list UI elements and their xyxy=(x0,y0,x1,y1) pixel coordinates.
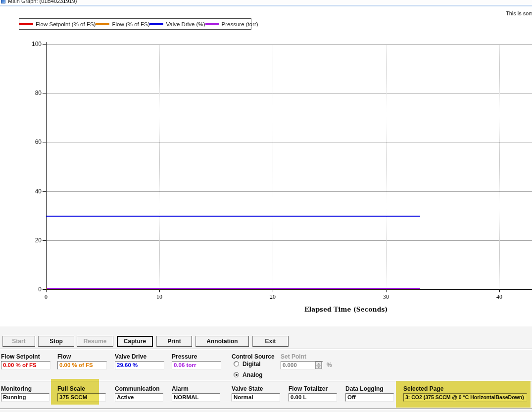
flow-totalizer-label: Flow Totalizer xyxy=(289,385,328,392)
ytick-label: 80 xyxy=(25,90,42,96)
ytick-80 xyxy=(43,93,46,93)
data-logging-field: Off xyxy=(345,393,394,402)
radio-analog-label[interactable]: Analog xyxy=(242,371,263,378)
annotation-button[interactable]: Annotation xyxy=(195,336,249,347)
start-button: Start xyxy=(2,336,35,347)
x-axis-title: Elapsed Time (Seconds) xyxy=(304,306,387,313)
pressure-field: 0.06 torr xyxy=(172,361,221,369)
ytick-20 xyxy=(43,240,46,241)
xtick-label: 30 xyxy=(376,293,396,301)
ytick-60 xyxy=(43,142,46,142)
flow-label: Flow xyxy=(57,353,71,360)
resume-button: Resume xyxy=(77,336,113,347)
gridline-y-40 xyxy=(46,191,532,192)
set-point-unit: % xyxy=(327,362,332,368)
radio-analog[interactable] xyxy=(234,372,239,377)
radio-digital[interactable] xyxy=(234,361,239,366)
data-logging-label: Data Logging xyxy=(345,385,384,392)
gridline-x-30 xyxy=(386,44,387,289)
series-line-2 xyxy=(46,216,420,217)
radio-digital-label[interactable]: Digital xyxy=(242,361,261,367)
xtick-label: 40 xyxy=(489,293,509,301)
xtick-label: 0 xyxy=(36,293,56,301)
main-graph-window: Main Graph: (01B40231919) This is som Fl… xyxy=(0,0,532,412)
valve-state-field: Normal xyxy=(232,393,280,402)
gridline-y-100 xyxy=(46,44,532,45)
valve-state-label: Valve State xyxy=(232,385,263,392)
control-source-label: Control Source xyxy=(232,353,275,360)
valve-drive-label: Valve Drive xyxy=(115,353,146,360)
gridline-x-40 xyxy=(499,44,500,289)
separator xyxy=(0,409,532,410)
set-point-label: Set Point xyxy=(281,353,306,360)
ytick-label: 0 xyxy=(25,286,42,293)
monitoring-label: Monitoring xyxy=(1,385,32,392)
alarm-label: Alarm xyxy=(172,385,189,392)
control-panel: StartStopResumeCapturePrintAnnotationExi… xyxy=(0,326,532,412)
selected-page-field: 3: CO2 (375 SCCM @ 0 °C HorizontalBaseDo… xyxy=(403,393,527,402)
communication-label: Communication xyxy=(115,385,160,392)
gridline-x-10 xyxy=(159,44,160,289)
ytick-label: 100 xyxy=(25,41,42,47)
flow-totalizer-field: 0.00 L xyxy=(289,393,337,402)
gridline-x-20 xyxy=(273,44,273,289)
flow-setpoint-field: 0.00 % of FS xyxy=(1,361,50,369)
valve-drive-field: 29.60 % xyxy=(115,361,164,369)
ytick-label: 60 xyxy=(25,138,42,145)
stepper-down-icon[interactable] xyxy=(316,366,321,368)
ytick-100 xyxy=(43,44,46,45)
set-point-stepper[interactable] xyxy=(315,362,322,369)
ytick-label: 40 xyxy=(25,188,42,195)
xtick-label: 10 xyxy=(149,293,169,301)
gridline-y-20 xyxy=(46,240,532,241)
exit-button[interactable]: Exit xyxy=(252,336,289,347)
full-scale-field: 375 SCCM xyxy=(57,393,106,402)
full-scale-label: Full Scale xyxy=(57,385,85,392)
capture-button[interactable]: Capture xyxy=(117,336,153,347)
communication-field: Active xyxy=(115,393,163,402)
gridline-y-80 xyxy=(46,93,532,93)
stop-button[interactable]: Stop xyxy=(38,336,74,347)
ytick-label: 20 xyxy=(25,237,42,244)
print-button[interactable]: Print xyxy=(156,336,192,347)
separator xyxy=(0,381,532,382)
monitoring-field: Running xyxy=(1,393,49,402)
alarm-field: NORMAL xyxy=(172,393,220,402)
selected-page-label: Selected Page xyxy=(403,385,443,392)
flow-field: 0.00 % of FS xyxy=(57,361,107,369)
flow-setpoint-label: Flow Setpoint xyxy=(1,353,40,360)
ytick-40 xyxy=(43,191,46,192)
separator xyxy=(0,349,532,350)
xtick-label: 20 xyxy=(263,293,283,301)
stepper-up-icon[interactable] xyxy=(316,362,321,366)
gridline-y-60 xyxy=(46,142,532,142)
series-line-3 xyxy=(47,288,420,289)
y-axis xyxy=(46,42,47,292)
main-graph-chart: 020406080100010203040Elapsed Time (Secon… xyxy=(0,0,532,326)
pressure-label: Pressure xyxy=(172,353,197,360)
